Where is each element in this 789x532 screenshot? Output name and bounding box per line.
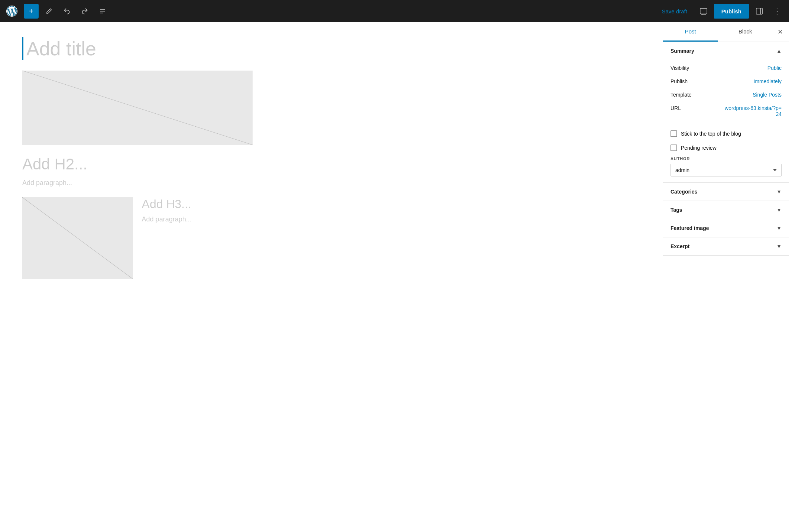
visibility-row: Visibility Public xyxy=(671,61,782,75)
topbar: + Save draft Publis xyxy=(0,0,789,22)
publish-label: Publish xyxy=(671,78,688,84)
sidebar: Post Block ✕ Summary ▲ Visibility Public… xyxy=(663,22,789,532)
tags-section[interactable]: Tags ▼ xyxy=(663,201,789,219)
sidebar-tabs: Post Block ✕ xyxy=(663,22,789,42)
summary-section: Summary ▲ Visibility Public Publish Imme… xyxy=(663,42,789,183)
author-select[interactable]: admin xyxy=(671,164,782,176)
tags-chevron-icon: ▼ xyxy=(776,207,782,213)
excerpt-section[interactable]: Excerpt ▼ xyxy=(663,237,789,256)
url-row: URL wordpress-63.kinsta/?p=24 xyxy=(671,101,782,121)
paragraph-field-1[interactable]: Add paragraph... xyxy=(22,179,253,187)
pending-review-checkbox[interactable] xyxy=(671,145,677,151)
summary-header[interactable]: Summary ▲ xyxy=(663,42,789,60)
visibility-value[interactable]: Public xyxy=(767,65,782,71)
save-draft-button[interactable]: Save draft xyxy=(656,5,693,17)
categories-label: Categories xyxy=(671,189,697,195)
summary-content: Visibility Public Publish Immediately Te… xyxy=(663,60,789,127)
undo-button[interactable] xyxy=(59,4,74,19)
pen-tool-button[interactable] xyxy=(42,4,56,19)
preview-button[interactable] xyxy=(696,4,711,19)
wp-logo xyxy=(4,4,19,19)
svg-rect-4 xyxy=(700,9,707,14)
image-placeholder-2[interactable] xyxy=(22,197,133,279)
excerpt-label: Excerpt xyxy=(671,243,689,249)
publish-button[interactable]: Publish xyxy=(714,4,749,19)
sidebar-close-button[interactable]: ✕ xyxy=(773,25,788,39)
template-row: Template Single Posts xyxy=(671,88,782,101)
stick-to-top-row[interactable]: Stick to the top of the blog xyxy=(663,127,789,141)
url-value[interactable]: wordpress-63.kinsta/?p=24 xyxy=(722,105,782,117)
ellipsis-icon: ⋮ xyxy=(773,7,781,16)
main-layout: Add title Add H2... Add paragraph... xyxy=(0,22,789,532)
stick-to-top-checkbox[interactable] xyxy=(671,130,677,137)
list-view-button[interactable] xyxy=(95,4,110,19)
h2-field[interactable]: Add H2... xyxy=(22,155,253,173)
publish-row: Publish Immediately xyxy=(671,75,782,88)
tab-block[interactable]: Block xyxy=(718,22,773,42)
featured-image-section[interactable]: Featured image ▼ xyxy=(663,219,789,237)
url-label: URL xyxy=(671,105,681,111)
redo-button[interactable] xyxy=(77,4,92,19)
image-placeholder-1[interactable] xyxy=(22,71,253,145)
editor-inner: Add title Add H2... Add paragraph... xyxy=(22,37,253,289)
visibility-label: Visibility xyxy=(671,65,689,71)
author-label: AUTHOR xyxy=(671,156,782,161)
editor-area: Add title Add H2... Add paragraph... xyxy=(0,22,663,532)
author-section: AUTHOR admin xyxy=(663,155,789,182)
paragraph-field-2[interactable]: Add paragraph... xyxy=(142,215,253,223)
post-title-field[interactable]: Add title xyxy=(22,37,253,60)
categories-chevron-icon: ▼ xyxy=(776,189,782,195)
pending-review-row[interactable]: Pending review xyxy=(663,141,789,155)
stick-to-top-label: Stick to the top of the blog xyxy=(681,131,741,137)
featured-image-label: Featured image xyxy=(671,225,709,231)
categories-section[interactable]: Categories ▼ xyxy=(663,183,789,201)
featured-image-chevron-icon: ▼ xyxy=(776,225,782,231)
two-col-block: Add H3... Add paragraph... xyxy=(22,197,253,289)
summary-chevron-icon: ▲ xyxy=(776,48,782,54)
sidebar-toggle-button[interactable] xyxy=(752,4,767,19)
add-icon: + xyxy=(29,7,33,16)
template-label: Template xyxy=(671,92,692,98)
excerpt-chevron-icon: ▼ xyxy=(776,243,782,249)
pending-review-label: Pending review xyxy=(681,145,717,151)
tags-label: Tags xyxy=(671,207,682,213)
add-block-button[interactable]: + xyxy=(24,4,39,19)
more-options-button[interactable]: ⋮ xyxy=(770,4,785,19)
summary-title: Summary xyxy=(671,48,694,54)
tab-post[interactable]: Post xyxy=(663,22,718,42)
publish-value[interactable]: Immediately xyxy=(754,78,782,84)
svg-rect-5 xyxy=(756,8,763,14)
two-col-text: Add H3... Add paragraph... xyxy=(142,197,253,234)
h3-field[interactable]: Add H3... xyxy=(142,197,253,211)
template-value[interactable]: Single Posts xyxy=(753,92,782,98)
